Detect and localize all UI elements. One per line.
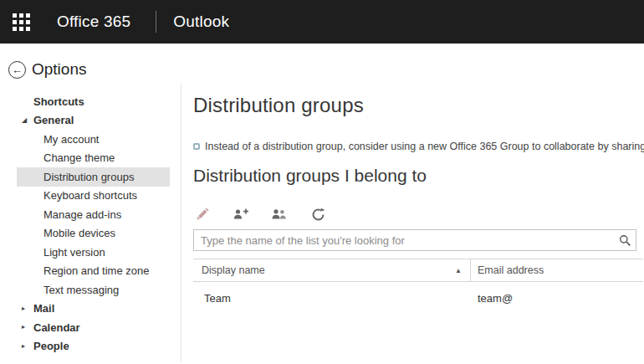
sidebar-item-shortcuts[interactable]: Shortcuts bbox=[17, 92, 170, 111]
topbar-divider bbox=[156, 11, 156, 33]
group-search-box bbox=[193, 229, 636, 251]
office-365-brand-link[interactable]: Office 365 bbox=[57, 13, 130, 31]
cell-email-address: team@ bbox=[471, 292, 643, 305]
sidebar-item-mail[interactable]: ▸ Mail bbox=[17, 300, 170, 319]
sidebar-item-change-theme[interactable]: Change theme bbox=[17, 149, 170, 168]
new-group-icon[interactable] bbox=[232, 206, 250, 223]
topbar: Office 365 Outlook bbox=[0, 0, 644, 44]
sidebar-item-light-version[interactable]: Light version bbox=[17, 243, 170, 262]
groups-table: Display name ▲ Email address Team team@ bbox=[193, 259, 643, 305]
options-title: Options bbox=[32, 60, 86, 79]
sidebar-item-text-messaging[interactable]: Text messaging bbox=[17, 280, 170, 300]
sidebar-item-my-account[interactable]: My account bbox=[17, 130, 170, 149]
back-arrow-icon[interactable]: ← bbox=[8, 61, 26, 79]
options-header: ← Options bbox=[0, 44, 644, 84]
search-icon[interactable] bbox=[617, 233, 632, 248]
sidebar-item-region-time-zone[interactable]: Region and time zone bbox=[17, 262, 170, 281]
info-text: Instead of a distribution group, conside… bbox=[205, 141, 644, 152]
column-header-display-name[interactable]: Display name ▲ bbox=[193, 259, 471, 281]
sidebar-item-distribution-groups[interactable]: Distribution groups bbox=[17, 167, 170, 187]
distribution-groups-panel: Distribution groups Instead of a distrib… bbox=[181, 84, 644, 361]
collapsed-triangle-icon[interactable]: ▸ bbox=[22, 343, 25, 350]
sidebar-item-mobile-devices[interactable]: Mobile devices bbox=[17, 224, 170, 244]
refresh-icon[interactable] bbox=[309, 206, 327, 223]
sort-ascending-icon: ▲ bbox=[455, 267, 462, 274]
edit-pencil-icon[interactable] bbox=[193, 206, 212, 223]
info-banner: Instead of a distribution group, conside… bbox=[193, 141, 644, 152]
sidebar-item-calendar[interactable]: ▸ Calendar bbox=[17, 318, 170, 337]
table-row[interactable]: Team team@ bbox=[193, 282, 643, 305]
collapsed-triangle-icon[interactable]: ▸ bbox=[22, 324, 25, 331]
collapsed-triangle-icon[interactable]: ▸ bbox=[22, 305, 25, 312]
sidebar-item-keyboard-shortcuts[interactable]: Keyboard shortcuts bbox=[17, 187, 170, 206]
groups-table-header: Display name ▲ Email address bbox=[193, 259, 643, 282]
column-header-email-address[interactable]: Email address bbox=[471, 259, 643, 281]
info-icon bbox=[193, 143, 200, 150]
groups-toolbar bbox=[193, 206, 644, 223]
app-launcher-grid-icon bbox=[13, 13, 30, 31]
page-title: Distribution groups bbox=[193, 94, 644, 117]
cell-display-name: Team bbox=[193, 292, 471, 305]
expanded-triangle-icon[interactable]: ◢ bbox=[22, 117, 27, 124]
sidebar-item-manage-add-ins[interactable]: Manage add-ins bbox=[17, 205, 170, 224]
sidebar-item-general[interactable]: ◢ General bbox=[17, 111, 170, 131]
join-group-people-icon[interactable] bbox=[270, 206, 289, 223]
options-nav-sidebar: Shortcuts ◢ General My account Change th… bbox=[0, 84, 181, 361]
sidebar-item-people[interactable]: ▸ People bbox=[17, 337, 170, 356]
app-launcher-button[interactable] bbox=[0, 0, 42, 44]
outlook-app-label: Outlook bbox=[173, 13, 229, 31]
search-input[interactable] bbox=[194, 234, 636, 247]
section-title: Distribution groups I belong to bbox=[193, 166, 644, 186]
